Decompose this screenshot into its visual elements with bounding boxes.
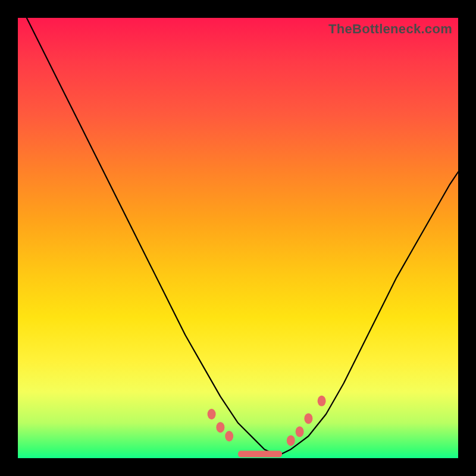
- marker-left-cluster-3: [225, 431, 233, 441]
- marker-right-cluster-1: [287, 435, 295, 446]
- marker-left-cluster-1: [208, 409, 216, 419]
- marker-right-cluster-3: [304, 413, 312, 424]
- chart-svg: [18, 18, 458, 458]
- chart-frame: TheBottleneck.com: [0, 0, 476, 476]
- marker-left-cluster-2: [216, 422, 224, 433]
- marker-right-outlier: [318, 396, 326, 406]
- bottleneck-curve: [27, 18, 458, 454]
- marker-right-cluster-2: [296, 427, 304, 437]
- valley-flat-marker: [238, 451, 282, 458]
- chart-plot-area: TheBottleneck.com: [18, 18, 458, 458]
